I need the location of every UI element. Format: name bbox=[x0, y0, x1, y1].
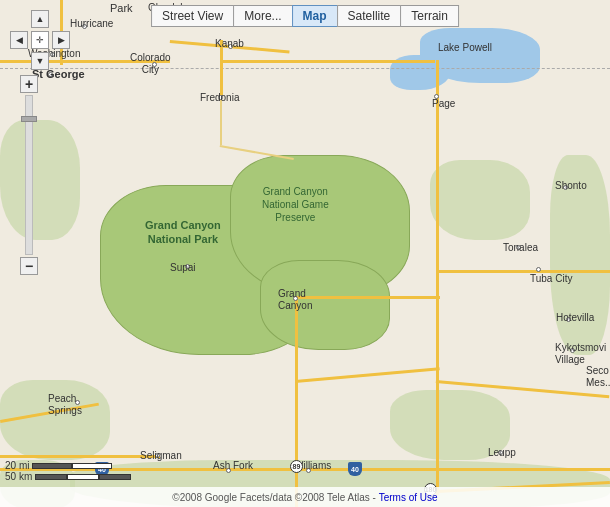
green-patch-center-right bbox=[430, 160, 530, 240]
zoom-controls: + − bbox=[20, 75, 38, 275]
terms-link[interactable]: Terms of Use bbox=[379, 492, 438, 503]
label-secomesa: SecoMes... bbox=[586, 365, 610, 389]
map-controls-bar: Street View More... Map Satellite Terrai… bbox=[151, 5, 459, 27]
pan-left-button[interactable]: ◀ bbox=[10, 31, 28, 49]
zoom-track[interactable] bbox=[25, 95, 33, 255]
pan-up-button[interactable]: ▲ bbox=[31, 10, 49, 28]
road-seligman bbox=[0, 455, 160, 458]
city-dot-shonto bbox=[563, 185, 568, 190]
street-view-button[interactable]: Street View bbox=[151, 5, 234, 27]
label-hurricane: Hurricane bbox=[70, 18, 113, 29]
city-dot-peachsprings bbox=[75, 400, 80, 405]
scale-miles-label: 20 mi bbox=[5, 460, 29, 471]
road-bottom-right-v bbox=[436, 380, 439, 495]
data-attribution: Facets/data ©2008 Tele Atlas bbox=[240, 492, 370, 503]
bottom-bar: ©2008 Google Facets/data ©2008 Tele Atla… bbox=[0, 487, 610, 507]
map-button[interactable]: Map bbox=[292, 5, 338, 27]
road-kanab-north bbox=[220, 40, 223, 95]
city-dot-kykotsmovi bbox=[570, 348, 575, 353]
pan-right-button[interactable]: ▶ bbox=[52, 31, 70, 49]
city-dot-kanab bbox=[228, 44, 233, 49]
label-coloradocity: ColoradoCity bbox=[130, 52, 171, 76]
city-dot-tubacity bbox=[536, 267, 541, 272]
city-dot-hurricane bbox=[82, 24, 87, 29]
highway-64-south bbox=[295, 296, 298, 481]
scale-km-label: 50 km bbox=[5, 471, 32, 482]
road-fredonia-v bbox=[220, 95, 222, 145]
road-se-diagonal bbox=[295, 367, 440, 383]
label-park-top: Park bbox=[110, 2, 133, 14]
road-tuba-city-east bbox=[436, 270, 610, 273]
city-dot-coloradocity bbox=[152, 62, 157, 67]
navigation-pad: ▲ ◀ ✛ ▶ ▼ bbox=[10, 10, 70, 70]
city-dot-hotevilla bbox=[566, 317, 571, 322]
city-dot-fredonia bbox=[218, 95, 223, 100]
road-fredonia-e bbox=[220, 145, 294, 160]
more-button[interactable]: More... bbox=[233, 5, 292, 27]
city-dot-stgeorge bbox=[48, 72, 53, 77]
city-dot-tonalea bbox=[516, 245, 521, 250]
road-kanab-page bbox=[220, 60, 435, 63]
green-patch-left bbox=[0, 120, 80, 240]
grand-canyon-inner-area bbox=[260, 260, 390, 350]
city-dot-supai bbox=[185, 264, 190, 269]
scale-bar: 20 mi 50 km bbox=[5, 460, 131, 482]
state-border bbox=[0, 68, 610, 69]
zoom-thumb[interactable] bbox=[21, 116, 37, 122]
city-dot-ashfork bbox=[226, 468, 231, 473]
city-dot-page bbox=[434, 94, 439, 99]
pan-down-button[interactable]: ▼ bbox=[31, 52, 49, 70]
green-patch-se bbox=[390, 390, 510, 460]
pan-center-button[interactable]: ✛ bbox=[31, 31, 49, 49]
zoom-in-button[interactable]: + bbox=[20, 75, 38, 93]
map-container[interactable]: Hurricane Washington St George ColoradoC… bbox=[0, 0, 610, 507]
city-dot-williams bbox=[306, 468, 311, 473]
map-background: Hurricane Washington St George ColoradoC… bbox=[0, 0, 610, 507]
city-dot-leupp bbox=[498, 450, 503, 455]
shield-us89: 89 bbox=[290, 460, 303, 473]
terrain-button[interactable]: Terrain bbox=[400, 5, 459, 27]
shield-i40-east: 40 bbox=[348, 462, 362, 476]
green-patch-right bbox=[550, 155, 610, 355]
highway-64-east bbox=[295, 296, 440, 299]
zoom-out-button[interactable]: − bbox=[20, 257, 38, 275]
city-dot-seligman bbox=[155, 453, 160, 458]
copyright-text: ©2008 Google bbox=[172, 492, 237, 503]
satellite-button[interactable]: Satellite bbox=[337, 5, 402, 27]
city-dot-grandcanyon bbox=[293, 296, 298, 301]
